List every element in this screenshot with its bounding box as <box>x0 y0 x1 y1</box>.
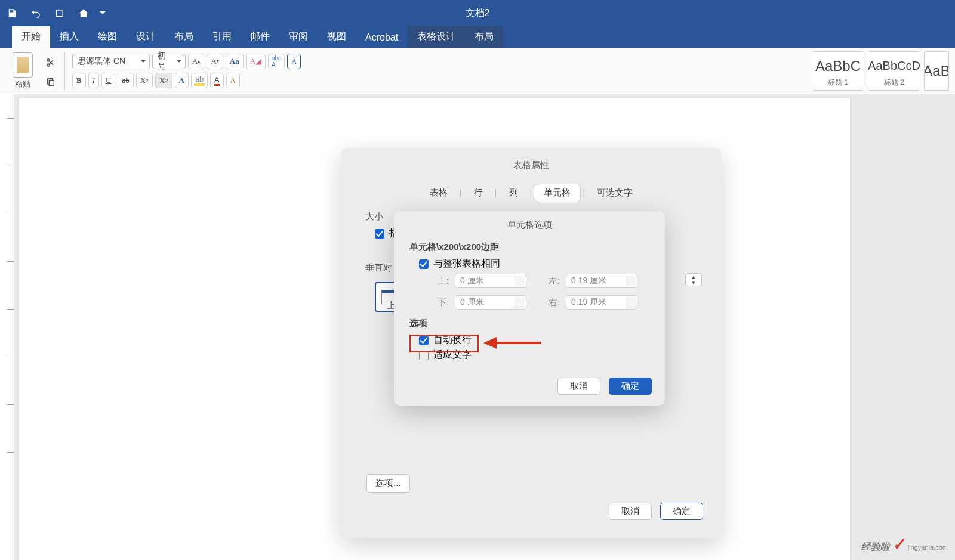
style-sample: AaBbCcD <box>868 54 920 78</box>
redo-button[interactable] <box>48 0 72 26</box>
paste-label: 粘贴 <box>15 79 30 89</box>
watermark-text: 经验啦 <box>861 541 890 553</box>
clipboard-group: 粘贴 <box>6 52 39 89</box>
char-shading-button[interactable]: A <box>226 73 240 88</box>
styles-gallery: AaBbC 标题 1 AaBbCcD 标题 2 AaB <box>812 51 949 91</box>
tab-table-layout[interactable]: 布局 <box>465 26 503 48</box>
dialog2-cancel-button[interactable]: 取消 <box>557 378 600 395</box>
tab-table-design[interactable]: 表格设计 <box>408 26 465 48</box>
same-as-table-checkbox[interactable] <box>419 259 429 269</box>
tab-alttext[interactable]: 可选文字 <box>587 184 642 202</box>
style-label: 标题 1 <box>828 78 848 88</box>
wrap-text-label: 自动换行 <box>433 334 472 346</box>
italic-button[interactable]: I <box>88 73 99 88</box>
qat-customize-button[interactable] <box>96 0 110 26</box>
margin-left-label: 左: <box>532 276 560 287</box>
style-label: 标题 2 <box>884 78 904 88</box>
style-sample: AaBbC <box>815 54 861 78</box>
watermark: 经验啦 ✓ jingyanla.com <box>861 536 948 554</box>
margin-bottom-label: 下: <box>421 297 449 308</box>
tab-layout[interactable]: 布局 <box>165 26 203 48</box>
vertical-ruler[interactable] <box>0 94 14 560</box>
quick-access-toolbar: 文档2 <box>0 0 955 26</box>
tab-column[interactable]: 列 <box>500 184 528 202</box>
same-as-table-label: 与整张表格相同 <box>433 258 500 270</box>
clipboard-icon <box>13 52 33 78</box>
strike-button[interactable]: ab <box>118 73 133 88</box>
font-color-button[interactable]: A <box>210 73 224 88</box>
document-title: 文档2 <box>466 7 490 20</box>
dialog-tabbar: 表格 | 行 | 列 | 单元格 | 可选文字 <box>341 176 721 208</box>
dialog2-ok-button[interactable]: 确定 <box>609 378 652 395</box>
cell-margins-label: 单元格\x200\x200边距 <box>394 233 665 256</box>
width-unit-stepper[interactable]: ▲▼ <box>685 273 702 286</box>
margin-left-input[interactable]: 0.19 厘米 <box>566 274 637 288</box>
tab-acrobat[interactable]: Acrobat <box>356 27 408 48</box>
paste-button[interactable]: 粘贴 <box>8 52 37 89</box>
margin-right-input[interactable]: 0.19 厘米 <box>566 295 637 310</box>
phonetic-guide-button[interactable]: abcA <box>268 54 285 69</box>
dialog1-ok-button[interactable]: 确定 <box>660 503 703 520</box>
tab-cell[interactable]: 单元格 <box>534 184 580 202</box>
text-effects-button[interactable]: A <box>175 73 189 88</box>
shrink-font-button[interactable]: A▾ <box>207 54 223 69</box>
tab-home[interactable]: 开始 <box>12 26 50 48</box>
superscript-button[interactable]: X2 <box>155 73 172 88</box>
tab-view[interactable]: 视图 <box>318 26 356 48</box>
font-name-value: 思源黑体 CN <box>78 56 125 67</box>
tab-draw[interactable]: 绘图 <box>88 26 127 48</box>
margin-bottom-input[interactable]: 0 厘米 <box>455 295 526 310</box>
font-group: 思源黑体 CN 初号 A▴ A▾ Aa A◢ abcA A B I U ab X… <box>72 54 301 88</box>
save-button[interactable] <box>0 0 24 26</box>
margin-top-label: 上: <box>421 276 449 287</box>
font-name-combo[interactable]: 思源黑体 CN <box>72 54 150 69</box>
options-section-label: 选项 <box>394 312 665 333</box>
preferred-width-checkbox[interactable] <box>375 229 384 239</box>
ribbon: 粘贴 思源黑体 CN 初号 A▴ A▾ Aa A◢ abcA A B I U a… <box>0 48 955 94</box>
style-heading2[interactable]: AaBbCcD 标题 2 <box>868 51 920 91</box>
wrap-text-checkbox[interactable] <box>419 336 429 345</box>
tab-table[interactable]: 表格 <box>420 184 457 202</box>
grow-font-button[interactable]: A▴ <box>188 54 204 69</box>
cell-options-dialog: 单元格选项 单元格\x200\x200边距 与整张表格相同 上: 0 厘米 左:… <box>394 211 665 406</box>
fit-text-label: 适应文字 <box>433 349 472 361</box>
cell-margins-grid: 上: 0 厘米 左: 0.19 厘米 下: 0 厘米 右: 0.19 厘米 <box>394 271 665 312</box>
dialog-title: 表格属性 <box>341 148 721 176</box>
copy-button[interactable] <box>44 75 57 88</box>
change-case-button[interactable]: Aa <box>226 54 244 69</box>
tab-mailings[interactable]: 邮件 <box>241 26 279 48</box>
underline-button[interactable]: U <box>101 73 115 88</box>
dialog1-cancel-button[interactable]: 取消 <box>609 503 652 520</box>
subscript-button[interactable]: X2 <box>136 73 153 88</box>
style-more[interactable]: AaB <box>924 51 949 91</box>
tab-review[interactable]: 审阅 <box>279 26 318 48</box>
margin-right-label: 右: <box>532 297 560 308</box>
tab-design[interactable]: 设计 <box>127 26 165 48</box>
tab-insert[interactable]: 插入 <box>50 26 88 48</box>
ribbon-tabs: 开始 插入 绘图 设计 布局 引用 邮件 审阅 视图 Acrobat 表格设计 … <box>0 26 955 48</box>
clear-format-button[interactable]: A◢ <box>246 54 266 69</box>
char-border-button[interactable]: A <box>287 54 301 69</box>
font-size-combo[interactable]: 初号 <box>152 54 186 69</box>
options-button[interactable]: 选项... <box>366 474 410 493</box>
fit-text-checkbox[interactable] <box>419 351 429 360</box>
cut-button[interactable] <box>44 56 57 69</box>
home-button[interactable] <box>72 0 96 26</box>
highlight-button[interactable]: ab <box>191 73 208 88</box>
dialog2-title: 单元格选项 <box>394 211 665 233</box>
margin-top-input[interactable]: 0 厘米 <box>455 274 526 288</box>
style-sample: AaB <box>924 54 949 88</box>
font-size-value: 初号 <box>158 51 172 72</box>
document-area: 表格属性 表格 | 行 | 列 | 单元格 | 可选文字 大小 指 ▲▼ 垂直对… <box>0 94 955 560</box>
watermark-url: jingyanla.com <box>908 544 948 551</box>
svg-rect-3 <box>49 80 54 85</box>
check-icon: ✓ <box>891 535 907 555</box>
tab-references[interactable]: 引用 <box>203 26 241 48</box>
undo-button[interactable] <box>24 0 48 26</box>
style-heading1[interactable]: AaBbC 标题 1 <box>812 51 864 91</box>
tab-row[interactable]: 行 <box>464 184 492 202</box>
bold-button[interactable]: B <box>72 73 86 88</box>
